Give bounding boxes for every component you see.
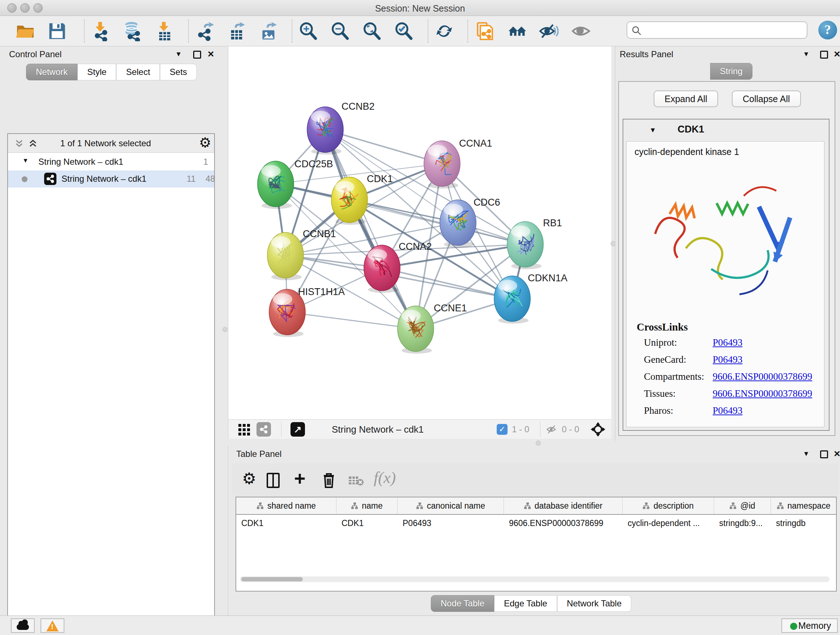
gene-collapse-caret-icon[interactable]: ▾	[651, 125, 655, 135]
column-type-icon	[524, 502, 531, 509]
add-column-icon[interactable]: +	[294, 467, 306, 489]
memory-status-dot-icon	[790, 623, 797, 630]
network-node-ccne1[interactable]: CCNE1	[398, 302, 467, 354]
tab-edge-table[interactable]: Edge Table	[494, 595, 557, 612]
gene-symbol: CDK1	[677, 124, 704, 135]
tab-select[interactable]: Select	[116, 64, 160, 80]
delete-column-trash-icon[interactable]	[322, 471, 336, 489]
node-label: CDKN1A	[528, 272, 568, 283]
results-panel-close-icon[interactable]: ×	[834, 50, 840, 58]
network-row[interactable]: String Network – cdk1 11 48	[8, 171, 214, 187]
results-panel-menu-caret-icon[interactable]: ▾	[804, 49, 808, 59]
houses-button[interactable]	[507, 21, 527, 41]
memory-button[interactable]: Memory	[782, 618, 838, 633]
crosslink-label: GeneCard:	[644, 354, 686, 365]
crosslink-tissues-link[interactable]: 9606.ENSP00000378699	[713, 388, 812, 399]
collection-expander-icon[interactable]: ▼	[22, 157, 28, 165]
network-node-ccna1[interactable]: CCNA1	[424, 138, 493, 188]
scrollbar-thumb[interactable]	[241, 577, 303, 581]
network-node-ccnb1[interactable]: CCNB1	[267, 228, 336, 280]
hidden-eye-slash-icon[interactable]	[546, 424, 558, 435]
control-panel-close-icon[interactable]: ×	[208, 50, 214, 58]
column-header: @id	[714, 497, 771, 514]
import-network-database-button[interactable]	[122, 21, 142, 41]
network-node-hist1h1a[interactable]: HIST1H1A	[269, 287, 345, 337]
node-label: CCNA1	[459, 138, 493, 149]
horizontal-splitter-handle[interactable]	[536, 440, 541, 446]
delete-table-icon[interactable]	[348, 475, 364, 486]
tab-network-table[interactable]: Network Table	[557, 595, 632, 612]
table-panel: Table Panel ▾ × ⚙ + f(x) shared name nam…	[228, 446, 840, 616]
import-network-file-button[interactable]	[90, 21, 111, 41]
node-attribute-table[interactable]: shared name name canonical name database…	[235, 497, 837, 592]
tab-node-table[interactable]: Node Table	[431, 595, 494, 612]
table-panel-float-icon[interactable]	[820, 450, 828, 458]
zoom-out-button[interactable]	[330, 21, 350, 41]
zoom-in-button[interactable]	[298, 21, 318, 41]
function-builder-icon: f(x)	[374, 469, 396, 487]
show-columns-icon[interactable]	[267, 473, 279, 488]
birdseye-crosshair-icon[interactable]	[590, 421, 606, 437]
selected-nodes-checkbox-icon[interactable]: ✓	[497, 424, 508, 435]
network-node-cdkn1a[interactable]: CDKN1A	[494, 272, 568, 324]
warnings-button[interactable]	[41, 618, 65, 633]
crosslink-compartments-link[interactable]: 9606.ENSP00000378699	[713, 371, 812, 382]
hide-eye-slash-button[interactable]	[538, 21, 559, 41]
network-node-ccnb2[interactable]: CCNB2	[307, 101, 375, 155]
table-panel-menu-caret-icon[interactable]: ▾	[804, 449, 808, 458]
cloud-icon	[17, 624, 29, 630]
export-table-button[interactable]	[226, 21, 247, 41]
save-session-button[interactable]	[47, 21, 67, 41]
network-node-cdc6[interactable]: CDC6	[440, 197, 500, 248]
crosslink-genecard-link[interactable]: P06493	[713, 354, 743, 365]
results-panel-float-icon[interactable]	[820, 51, 828, 59]
network-node-cdc25b[interactable]: CDC25B	[257, 158, 333, 209]
zoom-fit-button[interactable]	[362, 21, 382, 41]
network-current-dot-icon	[22, 176, 27, 182]
node-label: CCNB1	[303, 228, 336, 239]
tab-string-results[interactable]: String	[710, 63, 752, 80]
network-edge[interactable]	[382, 268, 512, 299]
control-panel-menu-caret-icon[interactable]: ▾	[177, 49, 180, 59]
network-node-rb1[interactable]: RB1	[507, 218, 562, 269]
tab-network[interactable]: Network	[26, 64, 77, 80]
grid-view-icon[interactable]	[238, 423, 251, 436]
results-panel: Results Panel ▾ × String Expand All Coll…	[615, 46, 840, 441]
help-button[interactable]: ?	[818, 21, 837, 40]
tab-style[interactable]: Style	[77, 64, 116, 80]
table-horizontal-scrollbar[interactable]	[240, 576, 829, 582]
tab-sets[interactable]: Sets	[160, 64, 197, 80]
network-node-ccna2[interactable]: CCNA2	[364, 241, 432, 293]
collapse-all-button[interactable]: Collapse All	[732, 90, 801, 107]
export-image-button[interactable]	[258, 21, 279, 41]
expand-all-button[interactable]: Expand All	[654, 90, 718, 107]
crosslink-pharos-link[interactable]: P06493	[713, 405, 743, 416]
table-row[interactable]: CDK1 CDK1 P06493 9606.ENSP00000378699 cy…	[236, 514, 836, 532]
network-edge[interactable]	[287, 312, 416, 329]
tree-options-gear-icon[interactable]: ⚙	[199, 135, 211, 150]
network-node-cdk1[interactable]: CDK1	[332, 173, 393, 225]
show-eye-button[interactable]	[571, 21, 591, 41]
network-edge[interactable]	[325, 130, 416, 329]
title-bar: Session: New Session	[0, 0, 840, 16]
left-splitter-handle[interactable]	[223, 327, 227, 332]
import-table-button[interactable]	[154, 21, 174, 41]
clone-network-button[interactable]	[474, 21, 494, 41]
search-input[interactable]	[645, 24, 801, 36]
cloud-status-button[interactable]	[11, 618, 35, 633]
export-network-button[interactable]	[195, 21, 215, 41]
network-node-count: 11	[187, 174, 196, 184]
selected-counts: 1 - 0	[512, 424, 529, 434]
collection-count: 1	[203, 157, 208, 167]
zoom-selected-button[interactable]	[393, 21, 414, 41]
network-collection-row[interactable]: ▼ String Network – cdk1 1	[8, 154, 214, 171]
refresh-layout-button[interactable]	[434, 21, 454, 41]
control-panel-float-icon[interactable]	[193, 51, 201, 59]
table-panel-close-icon[interactable]: ×	[834, 450, 840, 458]
detach-view-icon[interactable]: ↗	[291, 422, 305, 437]
string-view-icon[interactable]	[256, 422, 271, 437]
open-session-button[interactable]	[15, 21, 35, 41]
network-view-canvas[interactable]: CCNB2CCNA1CDC25BCDK1CDC6RB1CCNB1CCNA2CDK…	[228, 46, 611, 419]
crosslink-uniprot-link[interactable]: P06493	[713, 337, 743, 348]
table-settings-gear-icon[interactable]: ⚙	[242, 469, 256, 488]
